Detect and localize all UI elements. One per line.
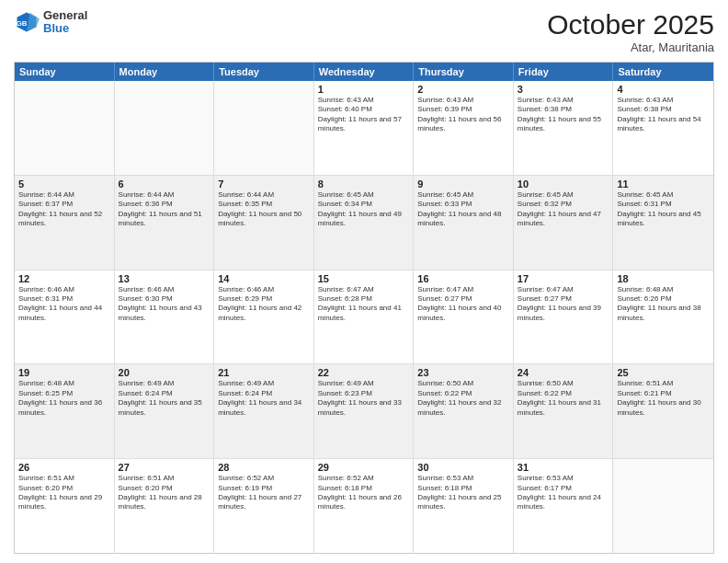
cell-info: Sunrise: 6:46 AM Sunset: 6:29 PM Dayligh… xyxy=(218,285,310,324)
logo: GB General Blue xyxy=(14,9,87,36)
cell-info: Sunrise: 6:50 AM Sunset: 6:22 PM Dayligh… xyxy=(417,379,509,418)
cell-info: Sunrise: 6:43 AM Sunset: 6:38 PM Dayligh… xyxy=(617,96,710,134)
table-row: 3Sunrise: 6:43 AM Sunset: 6:38 PM Daylig… xyxy=(514,81,614,175)
table-row: 19Sunrise: 6:48 AM Sunset: 6:25 PM Dayli… xyxy=(15,364,115,458)
header-thursday: Thursday xyxy=(414,63,514,81)
header-sunday: Sunday xyxy=(15,63,115,81)
day-number: 22 xyxy=(318,367,410,378)
cell-info: Sunrise: 6:49 AM Sunset: 6:24 PM Dayligh… xyxy=(218,379,310,418)
cell-info: Sunrise: 6:45 AM Sunset: 6:33 PM Dayligh… xyxy=(417,190,509,229)
cell-info: Sunrise: 6:44 AM Sunset: 6:37 PM Dayligh… xyxy=(18,190,110,229)
cell-info: Sunrise: 6:43 AM Sunset: 6:40 PM Dayligh… xyxy=(318,96,410,134)
header-monday: Monday xyxy=(115,63,215,81)
cell-info: Sunrise: 6:46 AM Sunset: 6:31 PM Dayligh… xyxy=(18,285,110,324)
day-number: 13 xyxy=(119,273,210,284)
cell-info: Sunrise: 6:43 AM Sunset: 6:38 PM Dayligh… xyxy=(518,96,609,134)
cell-info: Sunrise: 6:52 AM Sunset: 6:19 PM Dayligh… xyxy=(218,474,310,512)
day-number: 4 xyxy=(617,84,710,95)
cell-info: Sunrise: 6:48 AM Sunset: 6:25 PM Dayligh… xyxy=(18,379,110,418)
header-wednesday: Wednesday xyxy=(314,63,415,81)
table-row: 28Sunrise: 6:52 AM Sunset: 6:19 PM Dayli… xyxy=(214,459,314,553)
cell-info: Sunrise: 6:46 AM Sunset: 6:30 PM Dayligh… xyxy=(119,285,210,324)
day-number: 1 xyxy=(318,84,410,95)
header-saturday: Saturday xyxy=(613,63,713,81)
day-number: 26 xyxy=(18,462,110,473)
day-number: 2 xyxy=(417,84,509,95)
table-row: 21Sunrise: 6:49 AM Sunset: 6:24 PM Dayli… xyxy=(214,364,314,458)
day-number: 3 xyxy=(518,84,609,95)
day-number: 11 xyxy=(617,178,710,190)
cell-info: Sunrise: 6:50 AM Sunset: 6:22 PM Dayligh… xyxy=(518,379,609,418)
table-row xyxy=(613,459,713,553)
table-row xyxy=(15,81,115,175)
cell-info: Sunrise: 6:49 AM Sunset: 6:23 PM Dayligh… xyxy=(318,379,410,418)
logo-general: General xyxy=(43,9,87,22)
day-number: 6 xyxy=(119,178,210,190)
day-number: 9 xyxy=(417,178,509,190)
cell-info: Sunrise: 6:45 AM Sunset: 6:32 PM Dayligh… xyxy=(518,190,609,229)
day-number: 31 xyxy=(518,462,609,473)
calendar-body: 1Sunrise: 6:43 AM Sunset: 6:40 PM Daylig… xyxy=(15,81,713,553)
day-number: 27 xyxy=(119,462,210,473)
table-row: 12Sunrise: 6:46 AM Sunset: 6:31 PM Dayli… xyxy=(15,270,115,364)
cell-info: Sunrise: 6:51 AM Sunset: 6:21 PM Dayligh… xyxy=(617,379,710,418)
cell-info: Sunrise: 6:47 AM Sunset: 6:27 PM Dayligh… xyxy=(417,285,509,324)
day-number: 25 xyxy=(617,367,710,378)
day-number: 16 xyxy=(417,273,509,284)
day-number: 14 xyxy=(218,273,310,284)
cell-info: Sunrise: 6:49 AM Sunset: 6:24 PM Dayligh… xyxy=(119,379,210,418)
header-friday: Friday xyxy=(514,63,614,81)
location: Atar, Mauritania xyxy=(547,40,714,54)
table-row: 4Sunrise: 6:43 AM Sunset: 6:38 PM Daylig… xyxy=(613,81,713,175)
day-number: 21 xyxy=(218,367,310,378)
cell-info: Sunrise: 6:48 AM Sunset: 6:26 PM Dayligh… xyxy=(617,285,710,324)
logo-icon: GB xyxy=(14,9,40,35)
cell-info: Sunrise: 6:44 AM Sunset: 6:36 PM Dayligh… xyxy=(119,190,210,229)
cell-info: Sunrise: 6:53 AM Sunset: 6:17 PM Dayligh… xyxy=(518,474,609,512)
cal-row-4: 26Sunrise: 6:51 AM Sunset: 6:20 PM Dayli… xyxy=(15,459,713,553)
cell-info: Sunrise: 6:47 AM Sunset: 6:28 PM Dayligh… xyxy=(318,285,410,324)
day-number: 8 xyxy=(318,178,410,190)
table-row: 30Sunrise: 6:53 AM Sunset: 6:18 PM Dayli… xyxy=(414,459,514,553)
table-row: 16Sunrise: 6:47 AM Sunset: 6:27 PM Dayli… xyxy=(414,270,514,364)
page: GB General Blue October 2025 Atar, Mauri… xyxy=(0,0,728,563)
day-number: 30 xyxy=(417,462,509,473)
day-number: 7 xyxy=(218,178,310,190)
table-row: 24Sunrise: 6:50 AM Sunset: 6:22 PM Dayli… xyxy=(514,364,614,458)
table-row: 22Sunrise: 6:49 AM Sunset: 6:23 PM Dayli… xyxy=(314,364,415,458)
table-row: 1Sunrise: 6:43 AM Sunset: 6:40 PM Daylig… xyxy=(314,81,415,175)
table-row: 2Sunrise: 6:43 AM Sunset: 6:39 PM Daylig… xyxy=(414,81,514,175)
day-number: 17 xyxy=(518,273,609,284)
table-row: 23Sunrise: 6:50 AM Sunset: 6:22 PM Dayli… xyxy=(414,364,514,458)
cell-info: Sunrise: 6:44 AM Sunset: 6:35 PM Dayligh… xyxy=(218,190,310,229)
cell-info: Sunrise: 6:51 AM Sunset: 6:20 PM Dayligh… xyxy=(18,474,110,512)
table-row: 5Sunrise: 6:44 AM Sunset: 6:37 PM Daylig… xyxy=(15,176,115,270)
day-number: 18 xyxy=(617,273,710,284)
table-row: 18Sunrise: 6:48 AM Sunset: 6:26 PM Dayli… xyxy=(613,270,713,364)
cell-info: Sunrise: 6:52 AM Sunset: 6:18 PM Dayligh… xyxy=(318,474,410,512)
cell-info: Sunrise: 6:47 AM Sunset: 6:27 PM Dayligh… xyxy=(518,285,609,324)
day-number: 10 xyxy=(518,178,609,190)
cell-info: Sunrise: 6:51 AM Sunset: 6:20 PM Dayligh… xyxy=(119,474,210,512)
calendar-header: Sunday Monday Tuesday Wednesday Thursday… xyxy=(15,63,713,81)
table-row: 11Sunrise: 6:45 AM Sunset: 6:31 PM Dayli… xyxy=(613,176,713,270)
table-row xyxy=(214,81,314,175)
cal-row-1: 5Sunrise: 6:44 AM Sunset: 6:37 PM Daylig… xyxy=(15,176,713,270)
table-row: 15Sunrise: 6:47 AM Sunset: 6:28 PM Dayli… xyxy=(314,270,415,364)
cell-info: Sunrise: 6:53 AM Sunset: 6:18 PM Dayligh… xyxy=(417,474,509,512)
calendar: Sunday Monday Tuesday Wednesday Thursday… xyxy=(14,62,714,554)
day-number: 12 xyxy=(18,273,110,284)
header-tuesday: Tuesday xyxy=(214,63,314,81)
day-number: 15 xyxy=(318,273,410,284)
table-row: 20Sunrise: 6:49 AM Sunset: 6:24 PM Dayli… xyxy=(115,364,215,458)
cell-info: Sunrise: 6:45 AM Sunset: 6:34 PM Dayligh… xyxy=(318,190,410,229)
table-row: 29Sunrise: 6:52 AM Sunset: 6:18 PM Dayli… xyxy=(314,459,415,553)
table-row: 13Sunrise: 6:46 AM Sunset: 6:30 PM Dayli… xyxy=(115,270,215,364)
day-number: 28 xyxy=(218,462,310,473)
table-row: 6Sunrise: 6:44 AM Sunset: 6:36 PM Daylig… xyxy=(115,176,215,270)
cal-row-0: 1Sunrise: 6:43 AM Sunset: 6:40 PM Daylig… xyxy=(15,81,713,176)
cal-row-2: 12Sunrise: 6:46 AM Sunset: 6:31 PM Dayli… xyxy=(15,270,713,365)
day-number: 24 xyxy=(518,367,609,378)
day-number: 20 xyxy=(119,367,210,378)
title-block: October 2025 Atar, Mauritania xyxy=(547,9,714,54)
